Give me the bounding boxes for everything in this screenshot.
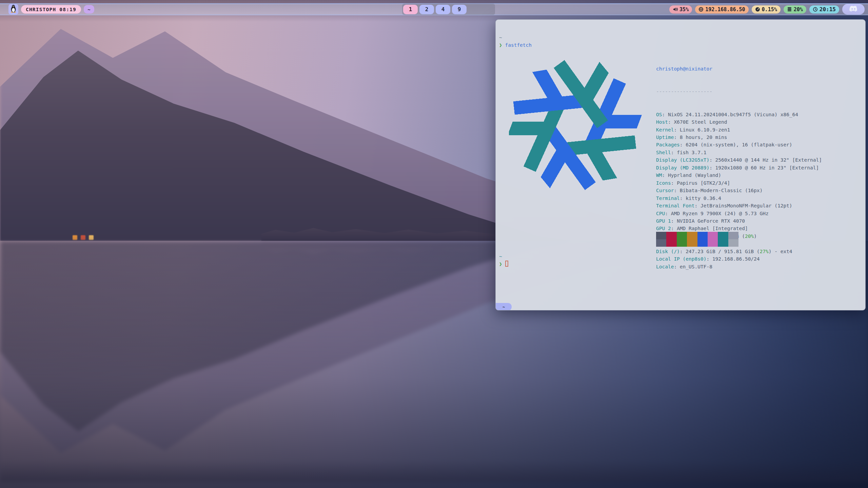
shore-light — [73, 235, 77, 240]
status-bar: CHRISTOPH 08:19 ~ 1249 35% — [0, 3, 868, 15]
clock-icon — [813, 7, 818, 12]
prompt-symbol: ❯ — [499, 42, 502, 48]
bar-left-group: CHRISTOPH 08:19 ~ — [8, 4, 94, 15]
memory-value: 20% — [794, 6, 803, 13]
command-text: fastfetch — [505, 42, 532, 48]
terminal-color-palette — [656, 232, 738, 247]
fastfetch-entry: Terminal: kitty 0.36.4 — [656, 195, 822, 202]
fastfetch-entry: Uptime: 8 hours, 20 mins — [656, 134, 822, 141]
stack-icon — [787, 7, 792, 12]
active-window-label: ~ — [87, 7, 90, 12]
cpu-module[interactable]: 0.15% — [752, 5, 781, 14]
palette-swatch — [718, 232, 728, 239]
fastfetch-entry: Locale: en_US.UTF-8 — [656, 263, 822, 270]
cpu-value: 0.15% — [762, 6, 777, 13]
text-cursor — [505, 261, 508, 267]
palette-swatch — [708, 239, 718, 247]
shell-command-line: ❯ fastfetch — [499, 41, 532, 49]
palette-swatch — [677, 239, 687, 247]
bar-right-group: 35% 192.168.86.50 — [669, 4, 865, 15]
fastfetch-output: christoph@nixinator ------------------- … — [656, 50, 822, 286]
fastfetch-entry: Display (MD 20889): 1920x1080 @ 60 Hz in… — [656, 164, 822, 171]
palette-swatch — [666, 239, 676, 247]
fastfetch-entry: Disk (/): 247.23 GiB / 915.81 GiB (27%) … — [656, 248, 822, 255]
tux-penguin-icon — [10, 4, 17, 14]
prompt-input-line[interactable]: ❯ — [499, 260, 508, 268]
workspace-button-9[interactable]: 9 — [452, 5, 467, 14]
terminal-window[interactable]: ~ ❯ fastfetch christoph@nixinator ------… — [495, 19, 866, 310]
fastfetch-entry: Packages: 6204 (nix-system), 16 (flatpak… — [656, 141, 822, 148]
workspace-button-4[interactable]: 4 — [436, 5, 450, 14]
palette-row-bright — [656, 239, 738, 247]
fastfetch-entry: Display (LC32G5xT): 868x488 @ 144 Hz i… — [656, 156, 822, 164]
network-module[interactable]: 192.168.86.50 — [695, 5, 748, 14]
palette-swatch — [687, 232, 697, 239]
fastfetch-entry: Kernel: Linux 6.10.9-zen1 — [656, 126, 822, 134]
speaker-icon — [673, 7, 678, 12]
prompt-cwd-line: ~ — [499, 253, 502, 260]
workspace-button-1[interactable]: 1 — [403, 5, 418, 14]
shore-light — [89, 235, 94, 240]
fastfetch-entry: CPU: AMD Ryzen 9 7900X (24) @ 5.73 GHz — [656, 210, 822, 217]
palette-swatch — [656, 239, 666, 247]
palette-swatch — [697, 232, 708, 239]
fastfetch-separator: ------------------- — [656, 88, 822, 95]
palette-swatch — [718, 239, 728, 247]
nixos-logo — [509, 53, 643, 199]
palette-row-normal — [656, 232, 738, 239]
system-tray — [842, 4, 865, 15]
prompt-symbol: ❯ — [499, 261, 502, 267]
volume-value: 35% — [679, 6, 689, 13]
network-value: 192.168.86.50 — [705, 6, 745, 13]
palette-swatch — [666, 232, 676, 239]
palette-swatch — [677, 232, 687, 239]
palette-swatch — [708, 232, 718, 239]
desktop: CHRISTOPH 08:19 ~ 1249 35% — [0, 0, 868, 488]
terminal-tab-label: ~ — [502, 305, 505, 309]
fastfetch-entry: Shell: fish 3.7.1 — [656, 149, 822, 156]
fastfetch-entry: Cursor: Bibata-Modern-Classic (16px) — [656, 187, 822, 194]
palette-swatch — [687, 239, 697, 247]
fastfetch-entry: GPU 1: NVIDIA GeForce RTX 4070 — [656, 217, 822, 225]
clock-value: 20:15 — [820, 6, 836, 13]
workspace-button-2[interactable]: 2 — [419, 5, 434, 14]
fastfetch-entry: Local IP (enp8s0): 192.168.86.50/24 — [656, 255, 822, 263]
fastfetch-title: christoph@nixinator — [656, 65, 822, 73]
fastfetch-entry: WM: Hyprland (Wayland) — [656, 171, 822, 179]
discord-icon[interactable] — [849, 5, 858, 14]
clock-module[interactable]: 20:15 — [809, 5, 839, 14]
workspaces: 1249 — [402, 4, 495, 15]
launcher-button[interactable] — [8, 4, 18, 15]
palette-swatch — [697, 239, 708, 247]
memory-module[interactable]: 20% — [784, 5, 806, 14]
globe-icon — [698, 7, 704, 12]
fastfetch-entry: GPU 2: AMD Raphael [Integrated] — [656, 225, 822, 232]
volume-module[interactable]: 35% — [669, 5, 692, 14]
user-clock-pill[interactable]: CHRISTOPH 08:19 — [21, 5, 81, 14]
palette-swatch — [728, 239, 738, 247]
active-window-pill[interactable]: ~ — [84, 5, 94, 14]
shore-light — [81, 235, 85, 240]
fastfetch-entry: Terminal Font: JetBrainsMonoNFM-Regular … — [656, 202, 822, 209]
palette-swatch — [656, 232, 666, 239]
gauge-icon — [755, 7, 760, 12]
user-clock-label: CHRISTOPH 08:19 — [26, 7, 76, 12]
fastfetch-entry: OS: NixOS 24.11.20241004.bc947f5 (Vicuna… — [656, 111, 822, 118]
fastfetch-entry: Host: X670E Steel Legend — [656, 118, 822, 126]
palette-swatch — [728, 232, 738, 239]
shell-cwd-line: ~ — [499, 34, 502, 41]
terminal-tab[interactable]: ~ — [496, 303, 512, 310]
fastfetch-entry: Icons: Papirus [GTK2/3/4] — [656, 179, 822, 187]
